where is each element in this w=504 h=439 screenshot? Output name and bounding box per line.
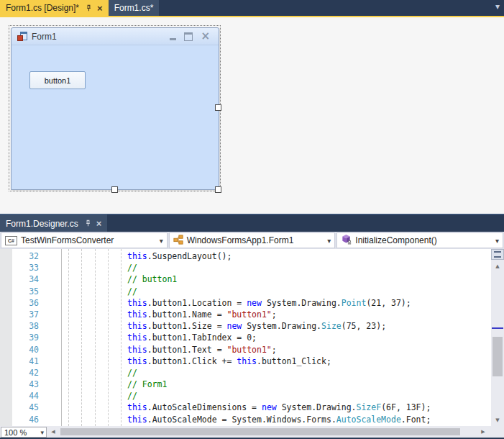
- code-line[interactable]: 44//: [0, 390, 491, 402]
- chevron-down-icon: ▾: [160, 237, 163, 245]
- scroll-left-icon[interactable]: ◀: [47, 426, 59, 438]
- close-icon[interactable]: ×: [201, 31, 210, 42]
- code-line[interactable]: 34// button1: [0, 273, 491, 285]
- chevron-down-icon: ▾: [495, 237, 499, 245]
- caret-position-marker: [492, 327, 503, 329]
- line-number: 40: [13, 344, 39, 356]
- code-line[interactable]: 35//: [0, 286, 491, 297]
- resize-handle-bottom[interactable]: [111, 186, 118, 193]
- code-text: //: [127, 286, 137, 297]
- code-text: this.button1.Location = new System.Drawi…: [127, 297, 411, 309]
- code-text: // Form1: [127, 379, 167, 390]
- project-dropdown[interactable]: C# TestWinFormsConverter ▾: [1, 232, 168, 248]
- code-text: // button1: [127, 273, 177, 285]
- line-number: 38: [13, 320, 39, 332]
- code-text: this.button1.Name = "button1";: [127, 309, 277, 320]
- zoom-level-dropdown[interactable]: 100 % ▾: [1, 427, 47, 438]
- tab-form1-designer-cs[interactable]: Form1.Designer.cs ×: [0, 214, 107, 232]
- code-line[interactable]: 42//: [0, 367, 491, 379]
- code-text: this.SuspendLayout();: [127, 250, 232, 262]
- csharp-project-icon: C#: [5, 236, 17, 245]
- resize-handle-bottom-right[interactable]: [215, 186, 221, 193]
- vertical-scrollbar[interactable]: ▲ ▼: [491, 249, 504, 426]
- member-dropdown-value: InitializeComponent(): [355, 235, 436, 245]
- editor-pane-tab-strip: Form1.Designer.cs ×: [0, 214, 504, 232]
- class-icon: [173, 235, 183, 247]
- chevron-down-icon[interactable]: ▾: [495, 1, 500, 12]
- code-text: this.button1.Text = "button1";: [127, 344, 277, 356]
- form-title: Form1: [32, 32, 57, 42]
- code-line[interactable]: 39this.button1.TabIndex = 0;: [0, 332, 491, 343]
- tab-form1-cs[interactable]: Form1.cs*: [109, 0, 160, 16]
- vs-main-window: Form1.cs [Design]* × Form1.cs* ▾ Form1: [0, 0, 504, 439]
- line-number: 46: [13, 414, 39, 425]
- code-line[interactable]: 32this.SuspendLayout();: [0, 250, 491, 262]
- code-line[interactable]: 37this.button1.Name = "button1";: [0, 309, 491, 320]
- member-dropdown[interactable]: InitializeComponent() ▾: [336, 232, 503, 248]
- editor-navigation-bar: C# TestWinFormsConverter ▾ WindowsFormsA…: [0, 232, 504, 249]
- resize-handle-right[interactable]: [215, 104, 221, 111]
- code-text: //: [127, 367, 137, 379]
- line-number: 37: [13, 309, 39, 320]
- method-icon: [341, 234, 352, 247]
- line-number: 44: [13, 390, 39, 402]
- zoom-level-value: 100 %: [1, 428, 27, 437]
- code-line[interactable]: 45this.AutoScaleDimensions = new System.…: [0, 402, 491, 413]
- code-text: this.button1.Size = new System.Drawing.S…: [127, 320, 386, 332]
- code-text: this.button1.Click += this.button1_Click…: [127, 356, 331, 367]
- line-number: 36: [13, 297, 39, 309]
- splitter-icon: [494, 251, 501, 258]
- code-line[interactable]: 38this.button1.Size = new System.Drawing…: [0, 320, 491, 332]
- scroll-down-icon[interactable]: ▼: [491, 415, 504, 425]
- code-text: this.AutoScaleMode = System.Windows.Form…: [127, 414, 431, 425]
- type-dropdown-value: WindowsFormsApp1.Form1: [187, 235, 294, 245]
- line-number: 34: [13, 273, 39, 285]
- chevron-down-icon: ▾: [40, 429, 46, 436]
- designed-form[interactable]: Form1 × button1: [11, 27, 219, 190]
- code-text: this.button1.TabIndex = 0;: [127, 332, 257, 343]
- tab-form1-design[interactable]: Form1.cs [Design]* ×: [0, 0, 109, 16]
- tab-label: Form1.Designer.cs: [6, 219, 78, 229]
- form-icon: [17, 32, 27, 42]
- code-line[interactable]: 40this.button1.Text = "button1";: [0, 344, 491, 356]
- code-text: //: [127, 390, 137, 402]
- line-number: 42: [13, 367, 39, 379]
- line-number: 45: [13, 402, 39, 413]
- close-icon[interactable]: ×: [97, 4, 103, 13]
- code-text: this.AutoScaleDimensions = new System.Dr…: [127, 402, 431, 413]
- line-number: 43: [13, 379, 39, 390]
- code-line[interactable]: 43// Form1: [0, 379, 491, 390]
- line-number: 35: [13, 286, 39, 297]
- code-line[interactable]: 33//: [0, 262, 491, 273]
- winforms-design-surface[interactable]: Form1 × button1: [0, 17, 504, 214]
- designed-button1[interactable]: button1: [29, 71, 86, 89]
- type-dropdown[interactable]: WindowsFormsApp1.Form1 ▾: [169, 232, 336, 248]
- editor-bottom-bar: 100 % ▾ ◀ ▶: [0, 426, 504, 438]
- editor-splitter-handle[interactable]: [491, 249, 504, 260]
- chevron-down-icon: ▾: [327, 237, 331, 245]
- code-line[interactable]: 36this.button1.Location = new System.Dra…: [0, 297, 491, 309]
- form-titlebar[interactable]: Form1 ×: [12, 28, 219, 45]
- project-dropdown-value: TestWinFormsConverter: [21, 235, 114, 245]
- line-number: 39: [13, 332, 39, 343]
- vertical-scroll-thumb[interactable]: [492, 337, 503, 376]
- code-editor[interactable]: 32this.SuspendLayout();33//34// button13…: [0, 249, 491, 426]
- code-lines: 32this.SuspendLayout();33//34// button13…: [0, 250, 491, 426]
- line-number: 33: [13, 262, 39, 273]
- scroll-right-icon[interactable]: ▶: [477, 426, 489, 438]
- scroll-up-icon[interactable]: ▲: [491, 261, 504, 271]
- code-text: //: [127, 262, 137, 273]
- horizontal-scroll-thumb[interactable]: [60, 428, 460, 435]
- code-line[interactable]: 46this.AutoScaleMode = System.Windows.Fo…: [0, 414, 491, 425]
- code-line[interactable]: 41this.button1.Click += this.button1_Cli…: [0, 356, 491, 367]
- document-tab-strip: Form1.cs [Design]* × Form1.cs* ▾: [0, 0, 504, 17]
- close-icon[interactable]: ×: [96, 219, 102, 228]
- pin-icon[interactable]: [84, 220, 92, 227]
- line-number: 32: [13, 250, 39, 262]
- pin-icon[interactable]: [85, 4, 93, 12]
- tab-label: Form1.cs*: [114, 3, 154, 13]
- maximize-icon[interactable]: [184, 32, 193, 41]
- form-window-controls: ×: [170, 31, 213, 42]
- line-number: 41: [13, 356, 39, 367]
- minimize-icon[interactable]: [170, 38, 176, 40]
